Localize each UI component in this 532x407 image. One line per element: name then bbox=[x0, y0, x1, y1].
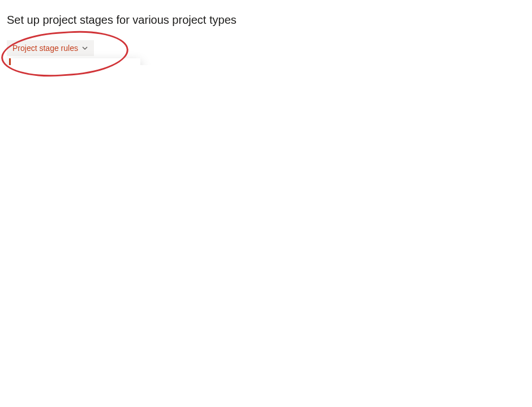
page-title: Set up project stages for various projec… bbox=[7, 14, 525, 27]
project-stage-rules-dropdown[interactable]: Project stage rules bbox=[7, 40, 94, 56]
dropdown-label: Project stage rules bbox=[12, 44, 78, 53]
chevron-down-icon bbox=[81, 45, 88, 52]
rules-panel: Rules - Stage: Created Project type Time… bbox=[9, 58, 140, 65]
